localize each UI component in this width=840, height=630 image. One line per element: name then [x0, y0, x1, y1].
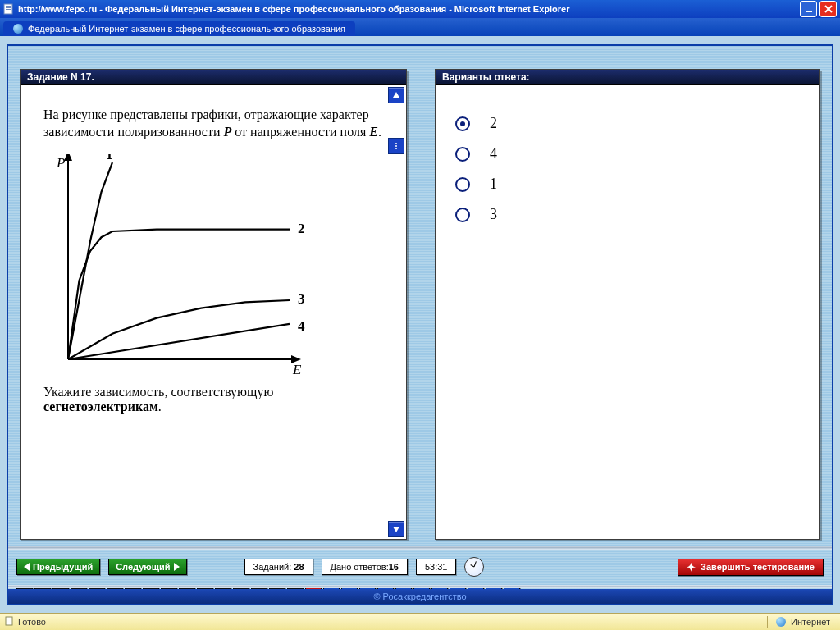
triangle-left-icon	[24, 563, 30, 571]
internet-zone-icon	[776, 617, 786, 627]
close-button[interactable]	[819, 1, 837, 17]
answers-panel: Варианты ответа: 2413	[435, 69, 820, 540]
status-zone: Интернет	[791, 617, 830, 627]
question-text-part: от напряженности поля	[231, 125, 369, 139]
answer-label: 3	[490, 206, 497, 223]
answer-option[interactable]: 2	[455, 115, 800, 132]
variable-P: P	[224, 125, 232, 139]
answers-panel-body: 2413	[436, 85, 819, 539]
svg-text:4: 4	[298, 317, 305, 333]
chart-figure: PE1234	[21, 154, 406, 381]
browser-window: http://www.fepo.ru - Федеральный Интерне…	[0, 0, 840, 630]
answer-label: 4	[490, 145, 497, 162]
radio-button[interactable]	[455, 147, 470, 162]
minimize-button[interactable]	[800, 1, 817, 17]
window-title: http://www.fepo.ru - Федеральный Интерне…	[18, 4, 797, 14]
svg-rect-3	[6, 9, 11, 10]
svg-marker-15	[64, 154, 72, 161]
tab-bar: Федеральный Интернет-экзамен в сфере про…	[0, 18, 840, 38]
svg-marker-7	[393, 92, 399, 98]
answer-option[interactable]: 4	[455, 145, 800, 162]
page-icon	[3, 3, 15, 15]
radio-button[interactable]	[455, 177, 470, 192]
prompt-bold: сегнетоэлектрикам	[43, 399, 158, 413]
finish-label: Завершить тестирование	[701, 562, 815, 572]
svg-text:2: 2	[298, 220, 305, 235]
tab-label: Федеральный Интернет-экзамен в сфере про…	[28, 24, 345, 34]
triangle-right-icon	[174, 563, 180, 571]
app-frame: Задание N 17.	[7, 44, 833, 605]
page-icon	[5, 616, 15, 628]
svg-text:1: 1	[106, 154, 113, 162]
radio-button[interactable]	[455, 208, 470, 222]
divider	[8, 585, 832, 588]
scroll-up-button[interactable]	[388, 87, 404, 103]
given-value: 16	[389, 562, 399, 572]
divider	[767, 616, 768, 628]
browser-statusbar: Готово Интернет	[0, 613, 840, 630]
window-titlebar: http://www.fepo.ru - Федеральный Интерне…	[0, 0, 840, 18]
finish-test-button[interactable]: ✦ Завершить тестирование	[678, 559, 824, 576]
svg-point-9	[395, 145, 397, 147]
question-panel: Задание N 17.	[20, 69, 407, 540]
prev-label: Предыдущий	[33, 562, 93, 572]
controls-bar: Предыдущий Следующий Заданий: 28 Дано от…	[8, 550, 832, 584]
answers-panel-header: Варианты ответа:	[436, 70, 819, 85]
svg-rect-1	[6, 6, 11, 7]
answer-label: 2	[490, 115, 497, 132]
svg-rect-4	[806, 11, 812, 12]
svg-point-10	[395, 148, 397, 149]
copyright: © Росаккредагентство	[373, 591, 466, 601]
total-value: 28	[294, 562, 304, 572]
svg-rect-2	[6, 7, 11, 8]
question-panel-body: На рисунке представлены графики, отражаю…	[21, 85, 406, 539]
given-label: Дано ответов:	[331, 562, 389, 572]
runner-icon: ✦	[687, 562, 696, 573]
answer-option[interactable]: 1	[455, 176, 800, 193]
svg-text:E: E	[292, 362, 302, 376]
answers-given-box: Дано ответов:16	[322, 559, 408, 575]
question-text: На рисунке представлены графики, отражаю…	[21, 85, 406, 154]
status-ready: Готово	[18, 617, 46, 627]
prompt-part: .	[158, 399, 162, 413]
svg-rect-22	[6, 617, 12, 625]
radio-button[interactable]	[455, 116, 470, 131]
globe-icon	[13, 24, 23, 34]
clock-icon	[464, 557, 484, 577]
svg-text:P: P	[56, 155, 65, 171]
browser-tab[interactable]: Федеральный Интернет-экзамен в сфере про…	[3, 21, 355, 36]
scroll-down-button[interactable]	[388, 521, 404, 537]
question-text-part: .	[378, 125, 381, 139]
question-panel-header: Задание N 17.	[21, 70, 406, 85]
next-button[interactable]: Следующий	[108, 559, 186, 575]
prev-button[interactable]: Предыдущий	[16, 559, 100, 575]
content-zone: Задание N 17.	[8, 46, 832, 550]
timer-box: 53:31	[416, 559, 457, 575]
answer-label: 1	[490, 176, 497, 193]
svg-text:3: 3	[298, 291, 305, 307]
timer-value: 53:31	[425, 562, 448, 572]
prompt-part: Укажите зависимость, соответствующую	[43, 385, 273, 399]
svg-marker-11	[393, 527, 399, 532]
page-footer: © Росаккредагентство	[8, 589, 832, 604]
total-label: Заданий:	[253, 562, 294, 572]
next-label: Следующий	[116, 562, 170, 572]
answer-option[interactable]: 3	[455, 206, 800, 223]
question-prompt: Укажите зависимость, соответствующую сег…	[21, 381, 406, 429]
total-tasks-box: Заданий: 28	[244, 559, 313, 575]
page-body: Задание N 17.	[0, 36, 840, 614]
variable-E: E	[369, 125, 378, 139]
svg-point-8	[395, 143, 397, 144]
scroll-handle[interactable]	[388, 138, 404, 154]
